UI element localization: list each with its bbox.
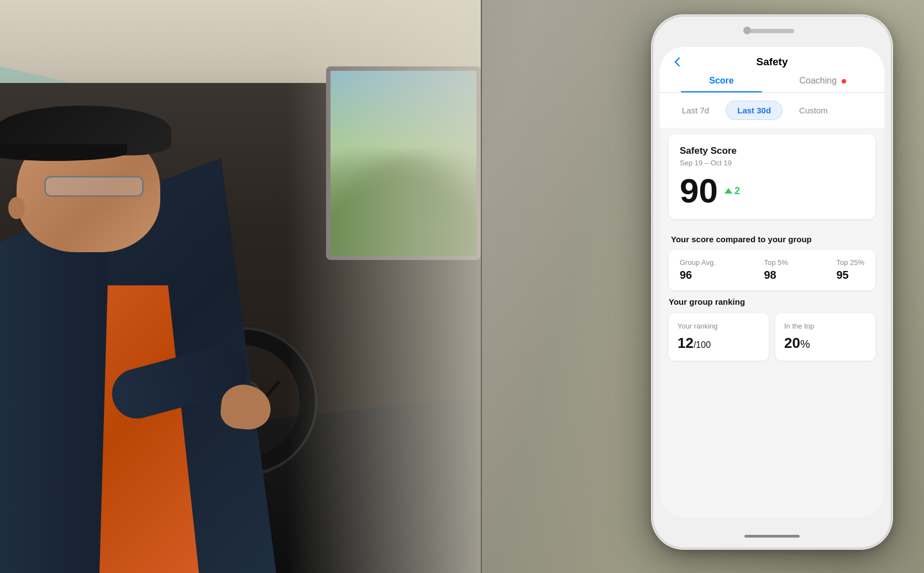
back-arrow-icon	[675, 58, 684, 67]
coaching-notification-dot	[842, 79, 846, 84]
top5-label: Top 5%	[764, 258, 788, 267]
in-top-value: 20%	[784, 335, 867, 352]
phone-frame: Safety Score Coaching	[653, 17, 891, 548]
phone-screen: Safety Score Coaching	[660, 47, 884, 517]
group-comparison-section: Your score compared to your group Group …	[660, 226, 884, 290]
phone-camera	[743, 27, 751, 34]
period-last7d-button[interactable]: Last 7d	[671, 101, 720, 119]
phone-speaker	[750, 29, 794, 33]
tab-coaching[interactable]: Coaching	[772, 76, 873, 92]
top5-value: 98	[764, 269, 788, 282]
group-comparison-title: Your score compared to your group	[660, 226, 884, 249]
top25-label: Top 25%	[836, 258, 864, 267]
your-ranking-label: Your ranking	[678, 322, 760, 330]
back-button[interactable]	[671, 54, 687, 70]
group-avg-item: Group Avg. 96	[680, 258, 716, 282]
your-ranking-suffix: /100	[694, 340, 711, 350]
score-value-row: 90 2	[680, 174, 864, 208]
app-header: Safety Score Coaching	[660, 47, 884, 93]
top5-item: Top 5% 98	[764, 258, 788, 282]
score-change-value: 2	[734, 185, 740, 197]
tab-bar: Score Coaching	[671, 76, 873, 92]
your-ranking-card: Your ranking 12/100	[669, 313, 769, 361]
period-custom-button[interactable]: Custom	[788, 101, 839, 119]
top25-value: 95	[836, 269, 864, 282]
header-nav: Safety	[671, 56, 873, 68]
group-ranking-section: Your group ranking Your ranking 12/100 I…	[660, 297, 884, 361]
group-ranking-title: Your group ranking	[669, 297, 875, 306]
top25-item: Top 25% 95	[836, 258, 864, 282]
group-avg-value: 96	[680, 269, 716, 282]
safety-score-number: 90	[680, 174, 718, 208]
safety-score-card: Safety Score Sep 19 – Oct 19 90 2	[669, 134, 875, 219]
your-ranking-value: 12/100	[678, 335, 760, 352]
tab-score[interactable]: Score	[671, 76, 772, 92]
safety-score-title: Safety Score	[680, 145, 864, 157]
group-avg-label: Group Avg.	[680, 258, 716, 267]
period-last30d-button[interactable]: Last 30d	[726, 101, 783, 120]
group-comparison-card: Group Avg. 96 Top 5% 98 Top 25% 95	[669, 249, 875, 290]
page-title: Safety	[756, 56, 788, 68]
safety-score-date: Sep 19 – Oct 19	[680, 159, 864, 167]
compare-row: Group Avg. 96 Top 5% 98 Top 25% 95	[680, 258, 864, 282]
phone-mockup: Safety Score Coaching	[653, 17, 891, 548]
ranking-cards: Your ranking 12/100 In the top 20%	[669, 313, 875, 361]
in-top-suffix: %	[800, 338, 810, 350]
arrow-up-icon	[725, 188, 732, 194]
in-top-card: In the top 20%	[775, 313, 875, 361]
app-content: Safety Score Coaching	[660, 47, 884, 517]
phone-home-indicator	[744, 535, 800, 538]
period-selector: Last 7d Last 30d Custom	[660, 93, 884, 128]
score-change-indicator: 2	[725, 185, 740, 197]
in-top-label: In the top	[784, 322, 867, 330]
